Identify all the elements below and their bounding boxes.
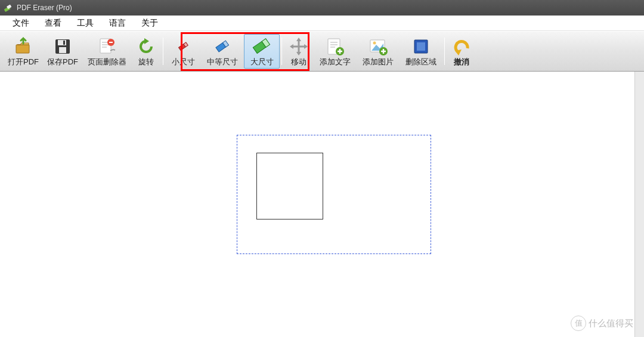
move-button[interactable]: 移动 (284, 34, 314, 69)
svg-point-25 (373, 42, 376, 45)
add-image-icon (368, 36, 388, 57)
small-size-label: 小尺寸 (172, 57, 195, 67)
large-size-label: 大尺寸 (250, 57, 274, 67)
svg-marker-19 (290, 44, 293, 49)
vertical-scrollbar[interactable] (634, 72, 644, 337)
open-pdf-label: 打开PDF (8, 57, 39, 67)
toolbar-separator (444, 38, 445, 65)
move-arrows-icon (289, 36, 309, 57)
delete-area-icon (411, 36, 431, 57)
toolbar: 打开PDF 保存PDF 页面删除器 (0, 31, 644, 72)
rotate-label: 旋转 (138, 57, 154, 67)
save-pdf-button[interactable]: 保存PDF (43, 34, 82, 69)
add-image-label: 添加图片 (363, 57, 394, 67)
toolbar-separator (163, 38, 163, 65)
small-eraser-icon (173, 36, 193, 57)
add-image-button[interactable]: 添加图片 (357, 34, 400, 69)
svg-rect-6 (59, 47, 66, 53)
medium-size-button[interactable]: 中等尺寸 (201, 34, 244, 69)
menu-file[interactable]: 文件 (5, 16, 37, 30)
save-pdf-label: 保存PDF (47, 57, 78, 67)
page-deleter-label: 页面删除器 (88, 57, 126, 67)
watermark: 值 什么值得买 (571, 316, 633, 331)
medium-size-label: 中等尺寸 (207, 57, 238, 67)
app-title: PDF Eraser (Pro) (17, 4, 72, 12)
page-deleter-button[interactable]: 页面删除器 (82, 34, 131, 69)
add-text-icon (325, 36, 345, 57)
menu-view[interactable]: 查看 (37, 16, 69, 30)
menu-tools[interactable]: 工具 (69, 16, 101, 30)
watermark-badge-icon: 值 (571, 316, 586, 331)
undo-arrow-icon (451, 36, 472, 57)
menu-about[interactable]: 关于 (134, 16, 166, 30)
svg-marker-18 (296, 52, 301, 55)
undo-button[interactable]: 撤消 (447, 34, 476, 69)
add-text-button[interactable]: 添加文字 (314, 34, 357, 69)
menubar: 文件 查看 工具 语言 关于 (0, 16, 644, 31)
titlebar: PDF Eraser (Pro) (0, 0, 644, 16)
undo-label: 撤消 (454, 57, 469, 67)
svg-marker-17 (296, 38, 301, 41)
add-text-label: 添加文字 (320, 57, 351, 67)
svg-rect-7 (63, 41, 65, 45)
medium-eraser-icon (212, 36, 233, 57)
page-delete-icon (97, 36, 117, 57)
rotate-icon (136, 36, 156, 57)
large-eraser-icon (252, 36, 272, 57)
svg-marker-10 (144, 38, 149, 44)
save-floppy-icon (52, 36, 73, 57)
delete-area-button[interactable]: 删除区域 (400, 34, 442, 69)
toolbar-separator (281, 38, 282, 65)
watermark-text: 什么值得买 (589, 318, 633, 329)
open-folder-icon (13, 36, 33, 57)
svg-marker-20 (304, 44, 308, 49)
open-pdf-button[interactable]: 打开PDF (4, 34, 43, 69)
svg-rect-2 (16, 45, 29, 53)
document-canvas[interactable] (0, 72, 644, 337)
delete-area-label: 删除区域 (405, 57, 436, 67)
rotate-button[interactable]: 旋转 (131, 34, 161, 69)
move-label: 移动 (291, 57, 306, 67)
large-size-button[interactable]: 大尺寸 (244, 34, 280, 69)
svg-rect-28 (417, 42, 425, 51)
eraser-app-icon (4, 3, 13, 13)
small-size-button[interactable]: 小尺寸 (165, 34, 201, 69)
menu-language[interactable]: 语言 (101, 16, 134, 30)
drawn-rectangle (256, 153, 323, 219)
